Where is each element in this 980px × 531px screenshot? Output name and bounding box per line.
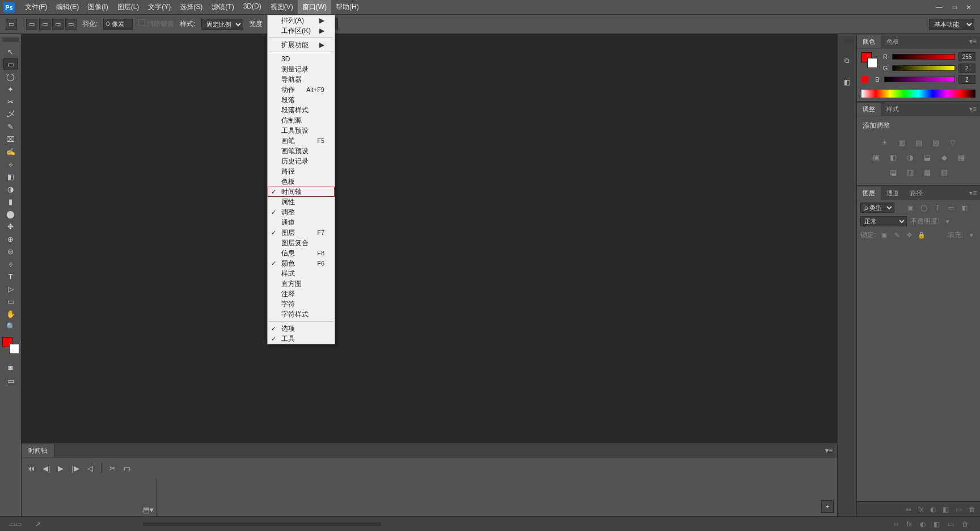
channels-tab[interactable]: 通道 [881,187,905,200]
tool-17[interactable]: ⎀ [3,258,18,270]
window-menu-item[interactable]: 信息F8 [268,248,335,258]
window-menu-item[interactable]: 字符样式 [268,309,335,319]
window-menu-item[interactable]: 仿制源 [268,115,335,125]
selection-new-icon[interactable]: ▭ [26,19,37,30]
tl-split-icon[interactable]: ▭ [124,464,130,473]
channel-value-G[interactable]: 2 [958,64,975,73]
properties-dock-icon[interactable]: ◧ [841,76,854,88]
statusbar-icon[interactable]: fx [907,520,912,528]
menu-视图(V)[interactable]: 视图(V) [266,0,298,14]
tool-10[interactable]: ◧ [3,170,18,183]
window-menu-item[interactable]: 注释 [268,289,335,299]
window-menu-item[interactable]: 画笔预设 [268,146,335,156]
selection-intersect-icon[interactable]: ▭ [65,19,77,30]
background-color-swatch[interactable] [9,344,19,354]
layers-footer-icon[interactable]: ◧ [943,505,949,513]
window-menu-item[interactable]: 属性 [268,197,335,207]
fill-dropdown-icon[interactable]: ▾ [966,230,977,240]
window-menu-item[interactable]: 排列(A)▶ [268,15,335,26]
window-menu-item[interactable]: 通道 [268,217,335,227]
timeline-tab[interactable]: 时间轴 [22,444,54,457]
tool-3[interactable]: ✦ [3,83,18,95]
tl-scissors-icon[interactable]: ✂ [109,464,116,473]
timeline-panel-menu-icon[interactable]: ▾≡ [821,446,837,454]
adjustment-icon[interactable]: ▥ [905,167,915,177]
window-menu-item[interactable]: 图层复合 [268,238,335,248]
channel-value-R[interactable]: 255 [958,52,975,61]
toolbar-grip[interactable] [2,37,19,42]
adjustment-icon[interactable]: ◧ [888,152,898,162]
canvas[interactable] [22,34,837,442]
tl-audio-icon[interactable]: ◁ [87,464,93,473]
layer-lock-icon[interactable]: ✎ [892,230,902,240]
tool-4[interactable]: ✂ [3,95,18,108]
layer-filter-icon[interactable]: T [932,203,943,213]
swatches-tab[interactable]: 色板 [881,35,905,48]
adjustment-icon[interactable]: ▨ [914,137,924,148]
tl-go-start-icon[interactable]: ⏮ [27,464,35,473]
menu-文字(Y)[interactable]: 文字(Y) [143,0,175,14]
tool-2[interactable]: ◯ [3,70,18,83]
layer-lock-icon[interactable]: 🔒 [916,230,927,240]
history-dock-icon[interactable]: ⧉ [841,54,854,67]
window-menu-item[interactable]: 段落 [268,95,335,105]
channel-slider-B[interactable] [884,77,955,82]
adjustments-tab[interactable]: 调整 [857,103,881,116]
statusbar-icon[interactable]: ⇔ [893,520,899,528]
tool-16[interactable]: ⊖ [3,245,18,258]
window-menu-item[interactable]: ✓选项 [268,323,335,334]
menu-图像(I)[interactable]: 图像(I) [83,0,112,14]
tool-7[interactable]: ⌧ [3,133,18,145]
channel-value-B[interactable]: 2 [958,75,975,84]
tool-6[interactable]: ✎ [3,120,18,133]
adjustment-icon[interactable]: ▧ [931,137,941,148]
menu-3D(D)[interactable]: 3D(D) [239,0,266,14]
window-menu-item[interactable]: 历史记录 [268,156,335,166]
layers-footer-icon[interactable]: fx [918,505,923,513]
layers-footer-icon[interactable]: ▭ [956,505,962,513]
tl-add-frame-button[interactable]: + [821,500,834,513]
layers-list[interactable] [860,243,977,499]
adjustment-icon[interactable]: ▦ [922,167,932,177]
color-spectrum[interactable] [861,90,975,98]
layers-panel-menu-icon[interactable]: ▾≡ [966,189,980,197]
tool-20[interactable]: ▭ [3,295,18,307]
tool-11[interactable]: ◑ [3,183,18,195]
statusbar-icon[interactable]: ◐ [920,520,926,528]
window-menu-item[interactable]: ✓图层F7 [268,227,335,238]
layers-tab[interactable]: 图层 [857,187,881,200]
layer-filter-icon[interactable]: ◯ [919,203,929,213]
tool-5[interactable]: 乄 [3,108,18,120]
window-menu-item[interactable]: 直方图 [268,279,335,289]
menu-编辑(E)[interactable]: 编辑(E) [52,0,83,14]
close-button[interactable]: ✕ [965,4,972,11]
tool-12[interactable]: ▮ [3,195,18,208]
layer-filter-icon[interactable]: ▣ [905,203,915,213]
tool-0[interactable]: ↖ [3,45,18,58]
tool-18[interactable]: T [3,270,18,283]
color-panel-swatches[interactable] [861,52,877,68]
window-menu-item[interactable]: 色板 [268,176,335,187]
tl-layer-picker-icon[interactable]: ▤▾ [143,505,154,514]
adjustment-icon[interactable]: ⬓ [922,152,932,162]
screen-mode-icon[interactable]: ▭ [3,374,18,387]
workspace-select[interactable]: 基本功能 [929,19,974,30]
window-menu-item[interactable]: 画笔F5 [268,136,335,146]
layer-kind-select[interactable]: ρ 类型 [860,203,894,213]
layer-filter-icon[interactable]: ◧ [960,203,970,213]
adjustment-icon[interactable]: ◑ [905,152,915,162]
tool-14[interactable]: ✥ [3,220,18,233]
minimize-button[interactable]: — [936,4,943,11]
layers-footer-icon[interactable]: 🗑 [969,505,975,513]
adjust-panel-menu-icon[interactable]: ▾≡ [966,105,980,113]
layer-filter-icon[interactable]: ▭ [946,203,956,213]
tool-9[interactable]: ⟐ [3,158,18,170]
tool-19[interactable]: ▷ [3,283,18,295]
layer-lock-icon[interactable]: ▣ [879,230,889,240]
paths-tab[interactable]: 路径 [905,187,928,200]
layers-footer-icon[interactable]: ◐ [930,505,936,513]
window-menu-item[interactable]: 字符 [268,299,335,309]
feather-input[interactable] [103,19,133,30]
tl-prev-frame-icon[interactable]: ◀| [43,464,50,473]
marquee-preset-icon[interactable]: ▭ [6,19,17,30]
